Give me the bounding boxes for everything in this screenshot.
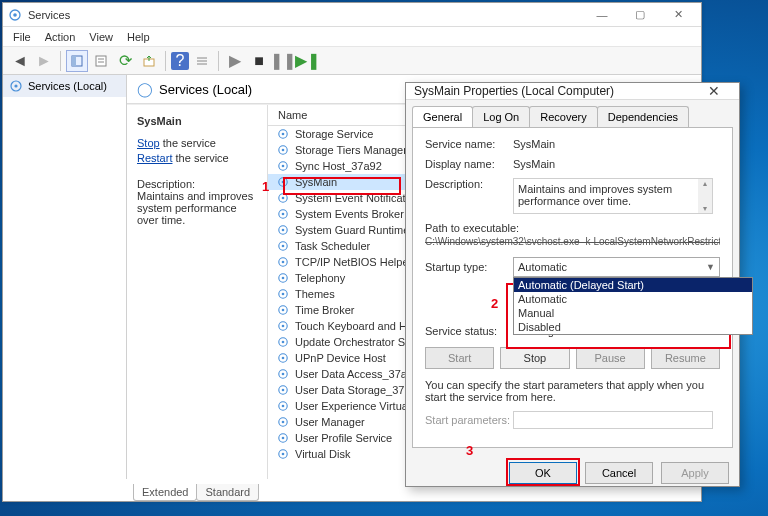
- svg-point-52: [282, 437, 285, 440]
- label-service-name: Service name:: [425, 138, 513, 150]
- tree-pane: Services (Local): [3, 75, 127, 479]
- cancel-button[interactable]: Cancel: [585, 462, 653, 484]
- tab-standard[interactable]: Standard: [196, 484, 259, 501]
- list-button[interactable]: [191, 50, 213, 72]
- params-hint: You can specify the start parameters tha…: [425, 379, 720, 403]
- gear-icon: [276, 351, 290, 365]
- startup-type-combobox[interactable]: Automatic ▼: [513, 257, 720, 277]
- selected-service-name: SysMain: [137, 115, 257, 127]
- stop-service-button[interactable]: ■: [248, 50, 270, 72]
- svg-point-24: [282, 213, 285, 216]
- option-manual[interactable]: Manual: [514, 306, 752, 320]
- forward-button[interactable]: ►: [33, 50, 55, 72]
- start-service-button[interactable]: ▶: [224, 50, 246, 72]
- service-name: UPnP Device Host: [295, 352, 386, 364]
- service-name: Sync Host_37a92: [295, 160, 382, 172]
- tab-dependencies[interactable]: Dependencies: [597, 106, 689, 127]
- gear-icon: [276, 431, 290, 445]
- svg-point-12: [14, 84, 17, 87]
- gear-icon: [276, 319, 290, 333]
- menu-help[interactable]: Help: [127, 31, 150, 43]
- svg-point-44: [282, 373, 285, 376]
- service-name: Themes: [295, 288, 335, 300]
- service-name: User Experience Virtuali: [295, 400, 413, 412]
- svg-point-16: [282, 149, 285, 152]
- description-text: Maintains and improves system performanc…: [137, 190, 257, 226]
- restart-service-button[interactable]: ▶❚: [296, 50, 318, 72]
- service-name: Time Broker: [295, 304, 355, 316]
- gear-icon: [276, 447, 290, 461]
- annotation-1-box: [283, 177, 401, 195]
- ok-button[interactable]: OK: [509, 462, 577, 484]
- menu-action[interactable]: Action: [45, 31, 76, 43]
- tab-general[interactable]: General: [412, 106, 473, 127]
- resume-button[interactable]: Resume: [651, 347, 720, 369]
- option-automatic[interactable]: Automatic: [514, 292, 752, 306]
- start-button[interactable]: Start: [425, 347, 494, 369]
- tab-extended[interactable]: Extended: [133, 484, 197, 501]
- pause-service-button[interactable]: ❚❚: [272, 50, 294, 72]
- service-control-buttons: Start Stop Pause Resume: [425, 347, 720, 369]
- export-button[interactable]: [138, 50, 160, 72]
- menu-file[interactable]: File: [13, 31, 31, 43]
- svg-point-22: [282, 197, 285, 200]
- properties-dialog: SysMain Properties (Local Computer) ✕ Ge…: [405, 82, 740, 487]
- menubar: File Action View Help: [3, 27, 701, 47]
- svg-point-36: [282, 309, 285, 312]
- scrollbar[interactable]: ▴▾: [698, 179, 712, 213]
- properties-button[interactable]: [90, 50, 112, 72]
- services-icon: [7, 7, 23, 23]
- stop-link[interactable]: Stop: [137, 137, 160, 149]
- dialog-close-button[interactable]: ✕: [697, 83, 731, 99]
- svg-rect-4: [96, 56, 106, 66]
- start-parameters-input[interactable]: [513, 411, 713, 429]
- tab-recovery[interactable]: Recovery: [529, 106, 597, 127]
- service-name: System Events Broker: [295, 208, 404, 220]
- tab-logon[interactable]: Log On: [472, 106, 530, 127]
- tree-root-node[interactable]: Services (Local): [3, 75, 126, 97]
- stop-button[interactable]: Stop: [500, 347, 569, 369]
- annotation-3: 3: [466, 443, 473, 458]
- label-display-name: Display name:: [425, 158, 513, 170]
- apply-button[interactable]: Apply: [661, 462, 729, 484]
- minimize-button[interactable]: —: [583, 4, 621, 26]
- gear-icon: [9, 79, 23, 93]
- description-box[interactable]: Maintains and improves system performanc…: [513, 178, 713, 214]
- svg-point-26: [282, 229, 285, 232]
- service-name: Touch Keyboard and Ha: [295, 320, 413, 332]
- titlebar[interactable]: Services — ▢ ✕: [3, 3, 701, 27]
- service-name: Task Scheduler: [295, 240, 370, 252]
- service-name: TCP/IP NetBIOS Helper: [295, 256, 412, 268]
- maximize-button[interactable]: ▢: [621, 4, 659, 26]
- service-name: User Manager: [295, 416, 365, 428]
- value-path: C:\Windows\system32\svchost.exe -k Local…: [425, 236, 720, 247]
- description-label: Description:: [137, 178, 257, 190]
- service-name: Virtual Disk: [295, 448, 350, 460]
- svg-point-18: [282, 165, 285, 168]
- service-name: Telephony: [295, 272, 345, 284]
- svg-point-34: [282, 293, 285, 296]
- close-button[interactable]: ✕: [659, 4, 697, 26]
- option-delayed[interactable]: Automatic (Delayed Start): [514, 278, 752, 292]
- title-text: Services: [28, 9, 70, 21]
- show-hide-tree-button[interactable]: [66, 50, 88, 72]
- annotation-2: 2: [491, 296, 498, 311]
- gear-icon: ◯: [137, 81, 153, 97]
- gear-icon: [276, 367, 290, 381]
- service-name: User Data Access_37a92: [295, 368, 419, 380]
- gear-icon: [276, 143, 290, 157]
- gear-icon: [276, 335, 290, 349]
- dialog-titlebar[interactable]: SysMain Properties (Local Computer) ✕: [406, 83, 739, 100]
- back-button[interactable]: ◄: [9, 50, 31, 72]
- menu-view[interactable]: View: [89, 31, 113, 43]
- refresh-button[interactable]: ⟳: [114, 50, 136, 72]
- help-button[interactable]: ?: [171, 52, 189, 70]
- gear-icon: [276, 239, 290, 253]
- svg-point-32: [282, 277, 285, 280]
- svg-point-50: [282, 421, 285, 424]
- gear-icon: [276, 271, 290, 285]
- gear-icon: [276, 287, 290, 301]
- pause-button[interactable]: Pause: [576, 347, 645, 369]
- option-disabled[interactable]: Disabled: [514, 320, 752, 334]
- restart-link[interactable]: Restart: [137, 152, 172, 164]
